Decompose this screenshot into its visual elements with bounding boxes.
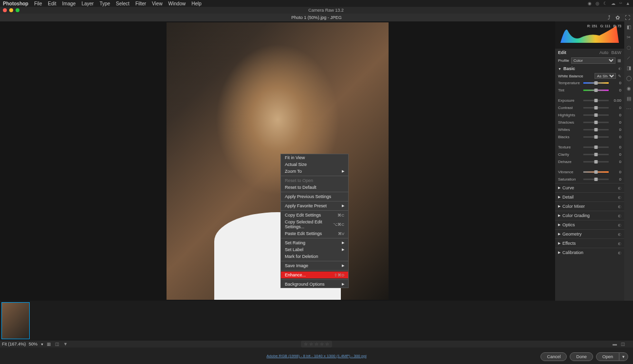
done-button[interactable]: Done [570, 352, 593, 361]
slider-temperature[interactable]: Temperature0 [558, 79, 621, 87]
star-icon[interactable]: ☆ [304, 342, 308, 346]
menu-view[interactable]: View [152, 1, 163, 6]
context-menu-item[interactable]: Reset to Default [281, 184, 348, 191]
zoom-label[interactable]: 50% [29, 342, 37, 346]
redeye-tool-icon[interactable]: ◉ [627, 86, 631, 91]
profile-grid-icon[interactable]: ▦ [617, 58, 621, 63]
basic-section-header[interactable]: ▼ Basic ◐ [555, 65, 624, 73]
profile-select[interactable]: Color [571, 57, 615, 64]
window-title: Camera Raw 13.2 [308, 8, 344, 13]
context-menu-item[interactable]: Zoom To▶ [281, 168, 348, 175]
context-menu-item[interactable]: Actual Size [281, 161, 348, 168]
context-menu-item[interactable]: Set Label▶ [281, 246, 348, 253]
fullscreen-icon[interactable]: ⛶ [625, 14, 630, 21]
menu-select[interactable]: Select [116, 1, 130, 6]
edit-panel-header: Edit Auto B&W [555, 49, 624, 56]
context-menu-item[interactable]: Background Options▶ [281, 281, 348, 288]
before-after-icon[interactable]: ◫ [621, 342, 625, 346]
slider-whites[interactable]: Whites0 [558, 126, 621, 133]
context-menu-item[interactable]: Enhance...⇧⌘D [281, 272, 348, 278]
context-menu-item[interactable]: Paste Edit Settings⌘V [281, 230, 348, 237]
context-menu-item[interactable]: Apply Previous Settings [281, 193, 348, 200]
section-toggle-icon[interactable]: ◐ [618, 67, 621, 71]
grid-view-icon[interactable]: ▦ [47, 342, 51, 346]
histogram[interactable]: R: 151 G: 111 B: 73 [555, 21, 624, 49]
image-metadata-link[interactable]: Adobe RGB (1998) - 8 bit - 1040 x 1300 (… [266, 354, 366, 358]
slider-texture[interactable]: Texture0 [558, 144, 621, 151]
star-icon[interactable]: ☆ [320, 342, 324, 346]
footer: Adobe RGB (1998) - 8 bit - 1040 x 1300 (… [0, 347, 633, 364]
slider-saturation[interactable]: Saturation0 [558, 176, 621, 183]
zoom-chevron-icon[interactable]: ▼ [40, 343, 44, 346]
single-view-icon[interactable]: ▬ [613, 342, 617, 346]
minimize-traffic-light[interactable] [9, 8, 13, 12]
radial-tool-icon[interactable]: ◯ [626, 75, 632, 81]
histogram-r: R: 151 [587, 24, 597, 28]
slider-clarity[interactable]: Clarity0 [558, 151, 621, 158]
gradient-tool-icon[interactable]: ◨ [627, 65, 631, 71]
slider-blacks[interactable]: Blacks0 [558, 133, 621, 141]
histogram-g: G: 111 [600, 24, 611, 28]
slider-dehaze[interactable]: Dehaze0 [558, 158, 621, 165]
panel-calibration[interactable]: ▶Calibration◐ [555, 248, 624, 257]
slider-exposure[interactable]: Exposure0.00 [558, 97, 621, 104]
panel-curve[interactable]: ▶Curve◐ [555, 183, 624, 192]
slider-contrast[interactable]: Contrast0 [558, 104, 621, 111]
context-menu-item[interactable]: Apply Favorite Preset▶ [281, 202, 348, 209]
panel-effects[interactable]: ▶Effects◐ [555, 238, 624, 248]
fit-label[interactable]: Fit (167.4%) [2, 342, 26, 346]
maximize-traffic-light[interactable] [16, 8, 19, 12]
slider-shadows[interactable]: Shadows0 [558, 119, 621, 126]
open-dropdown-button[interactable]: ▾ [619, 352, 628, 361]
menu-layer[interactable]: Layer [81, 1, 93, 6]
image-canvas[interactable]: Fit in ViewActual SizeZoom To▶Reset to O… [0, 21, 555, 301]
slider-vibrance[interactable]: Vibrance0 [558, 168, 621, 176]
menu-filter[interactable]: Filter [135, 1, 146, 6]
star-icon[interactable]: ☆ [325, 342, 329, 346]
context-menu-item[interactable]: Save Image▶ [281, 262, 348, 269]
panel-geometry[interactable]: ▶Geometry◐ [555, 229, 624, 238]
auto-button[interactable]: Auto [599, 50, 609, 55]
rating-stars[interactable]: ☆ ☆ ☆ ☆ ☆ [301, 341, 332, 347]
cancel-button[interactable]: Cancel [540, 352, 567, 361]
context-menu-item[interactable]: Copy Edit Settings⌘C [281, 212, 348, 218]
close-traffic-light[interactable] [3, 8, 7, 12]
thumbnail[interactable] [1, 302, 30, 339]
edit-tool-icon[interactable]: ◧ [627, 24, 631, 30]
slider-highlights[interactable]: Highlights0 [558, 111, 621, 119]
panel-detail[interactable]: ▶Detail◐ [555, 192, 624, 201]
panel-color-mixer[interactable]: ▶Color Mixer◐ [555, 201, 624, 211]
menu-type[interactable]: Type [99, 1, 110, 6]
menu-window[interactable]: Window [168, 1, 186, 6]
compare-view-icon[interactable]: ◫ [55, 342, 59, 346]
context-menu-item[interactable]: Copy Selected Edit Settings...⌥⌘C [281, 218, 348, 230]
photo-preview [167, 22, 389, 300]
presets-tool-icon[interactable]: ▤ [627, 96, 631, 101]
context-menu-item[interactable]: Mark for Deletion [281, 253, 348, 260]
context-menu-item[interactable]: Set Rating▶ [281, 239, 348, 246]
menu-file[interactable]: File [34, 1, 42, 6]
heal-tool-icon[interactable]: ◌ [627, 45, 631, 50]
wb-label: White Balance [558, 74, 593, 78]
context-menu: Fit in ViewActual SizeZoom To▶Reset to O… [280, 154, 349, 288]
slider-tint[interactable]: Tint0 [558, 87, 621, 94]
menu-help[interactable]: Help [191, 1, 202, 6]
wb-select[interactable]: As Shot [595, 73, 616, 79]
share-icon[interactable]: ⤴ [608, 14, 611, 21]
eyedropper-icon[interactable]: ✎ [618, 74, 621, 78]
gear-icon[interactable]: ✿ [615, 14, 620, 21]
context-menu-item[interactable]: Fit in View [281, 154, 348, 161]
crop-tool-icon[interactable]: ✂ [627, 35, 631, 40]
profile-label: Profile [558, 58, 569, 63]
brush-tool-icon[interactable]: ⟋ [626, 55, 631, 60]
more-tool-icon[interactable]: ⋯ [626, 106, 631, 111]
star-icon[interactable]: ☆ [315, 342, 318, 346]
panel-color-grading[interactable]: ▶Color Grading◐ [555, 211, 624, 220]
star-icon[interactable]: ☆ [309, 342, 313, 346]
open-button[interactable]: Open [596, 352, 619, 361]
panel-optics[interactable]: ▶Optics◐ [555, 220, 624, 229]
menu-edit[interactable]: Edit [48, 1, 56, 6]
menu-image[interactable]: Image [62, 1, 76, 6]
filter-icon[interactable]: ▼ [63, 342, 68, 346]
bw-button[interactable]: B&W [611, 50, 621, 55]
